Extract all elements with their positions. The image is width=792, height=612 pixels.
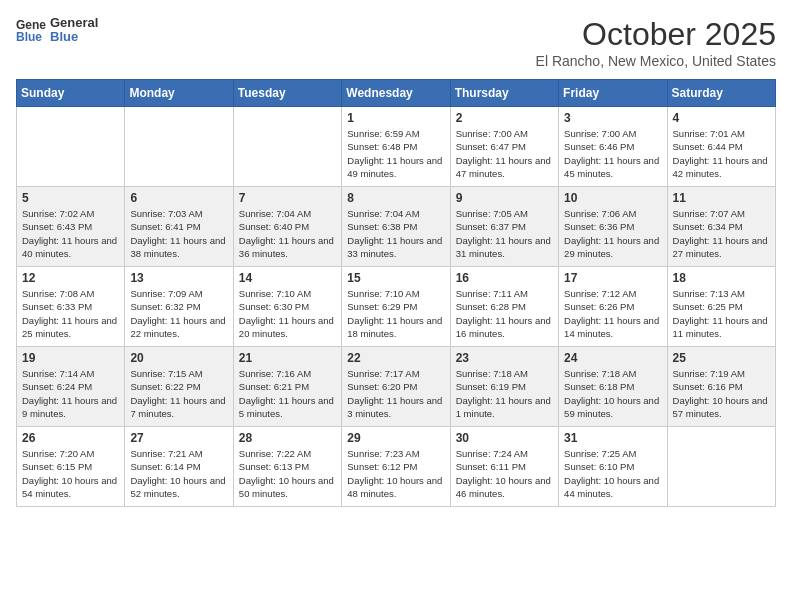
day-number: 26 [22,431,119,445]
day-info: Sunrise: 7:09 AM Sunset: 6:32 PM Dayligh… [130,287,227,340]
calendar-cell: 18Sunrise: 7:13 AM Sunset: 6:25 PM Dayli… [667,267,775,347]
day-number: 23 [456,351,553,365]
logo-general: General [50,16,98,30]
day-number: 13 [130,271,227,285]
day-number: 27 [130,431,227,445]
day-number: 16 [456,271,553,285]
day-info: Sunrise: 7:24 AM Sunset: 6:11 PM Dayligh… [456,447,553,500]
calendar-cell: 11Sunrise: 7:07 AM Sunset: 6:34 PM Dayli… [667,187,775,267]
calendar-cell: 30Sunrise: 7:24 AM Sunset: 6:11 PM Dayli… [450,427,558,507]
day-header-wednesday: Wednesday [342,80,450,107]
calendar-cell: 8Sunrise: 7:04 AM Sunset: 6:38 PM Daylig… [342,187,450,267]
day-number: 15 [347,271,444,285]
calendar-cell: 14Sunrise: 7:10 AM Sunset: 6:30 PM Dayli… [233,267,341,347]
calendar-cell: 12Sunrise: 7:08 AM Sunset: 6:33 PM Dayli… [17,267,125,347]
calendar-cell: 21Sunrise: 7:16 AM Sunset: 6:21 PM Dayli… [233,347,341,427]
logo-blue: Blue [50,30,98,44]
day-number: 8 [347,191,444,205]
calendar-week-row: 1Sunrise: 6:59 AM Sunset: 6:48 PM Daylig… [17,107,776,187]
calendar-cell: 10Sunrise: 7:06 AM Sunset: 6:36 PM Dayli… [559,187,667,267]
day-info: Sunrise: 7:18 AM Sunset: 6:18 PM Dayligh… [564,367,661,420]
day-number: 17 [564,271,661,285]
day-info: Sunrise: 7:23 AM Sunset: 6:12 PM Dayligh… [347,447,444,500]
day-info: Sunrise: 7:08 AM Sunset: 6:33 PM Dayligh… [22,287,119,340]
day-number: 12 [22,271,119,285]
calendar-cell: 5Sunrise: 7:02 AM Sunset: 6:43 PM Daylig… [17,187,125,267]
day-number: 6 [130,191,227,205]
day-info: Sunrise: 7:17 AM Sunset: 6:20 PM Dayligh… [347,367,444,420]
calendar-cell: 1Sunrise: 6:59 AM Sunset: 6:48 PM Daylig… [342,107,450,187]
day-info: Sunrise: 7:04 AM Sunset: 6:38 PM Dayligh… [347,207,444,260]
day-number: 31 [564,431,661,445]
day-number: 3 [564,111,661,125]
day-header-monday: Monday [125,80,233,107]
calendar-cell: 16Sunrise: 7:11 AM Sunset: 6:28 PM Dayli… [450,267,558,347]
day-info: Sunrise: 6:59 AM Sunset: 6:48 PM Dayligh… [347,127,444,180]
day-info: Sunrise: 7:21 AM Sunset: 6:14 PM Dayligh… [130,447,227,500]
calendar-cell: 26Sunrise: 7:20 AM Sunset: 6:15 PM Dayli… [17,427,125,507]
day-info: Sunrise: 7:12 AM Sunset: 6:26 PM Dayligh… [564,287,661,340]
calendar-cell: 29Sunrise: 7:23 AM Sunset: 6:12 PM Dayli… [342,427,450,507]
calendar-cell [125,107,233,187]
day-info: Sunrise: 7:20 AM Sunset: 6:15 PM Dayligh… [22,447,119,500]
calendar-cell: 17Sunrise: 7:12 AM Sunset: 6:26 PM Dayli… [559,267,667,347]
day-number: 30 [456,431,553,445]
calendar-table: SundayMondayTuesdayWednesdayThursdayFrid… [16,79,776,507]
calendar-cell: 27Sunrise: 7:21 AM Sunset: 6:14 PM Dayli… [125,427,233,507]
day-number: 9 [456,191,553,205]
calendar-cell: 2Sunrise: 7:00 AM Sunset: 6:47 PM Daylig… [450,107,558,187]
calendar-header-row: SundayMondayTuesdayWednesdayThursdayFrid… [17,80,776,107]
day-header-saturday: Saturday [667,80,775,107]
calendar-cell: 31Sunrise: 7:25 AM Sunset: 6:10 PM Dayli… [559,427,667,507]
day-number: 5 [22,191,119,205]
day-number: 29 [347,431,444,445]
day-number: 4 [673,111,770,125]
calendar-cell: 3Sunrise: 7:00 AM Sunset: 6:46 PM Daylig… [559,107,667,187]
day-header-tuesday: Tuesday [233,80,341,107]
calendar-cell: 25Sunrise: 7:19 AM Sunset: 6:16 PM Dayli… [667,347,775,427]
calendar-cell: 15Sunrise: 7:10 AM Sunset: 6:29 PM Dayli… [342,267,450,347]
calendar-week-row: 5Sunrise: 7:02 AM Sunset: 6:43 PM Daylig… [17,187,776,267]
day-info: Sunrise: 7:04 AM Sunset: 6:40 PM Dayligh… [239,207,336,260]
day-info: Sunrise: 7:14 AM Sunset: 6:24 PM Dayligh… [22,367,119,420]
day-info: Sunrise: 7:13 AM Sunset: 6:25 PM Dayligh… [673,287,770,340]
svg-text:Blue: Blue [16,30,42,43]
day-number: 1 [347,111,444,125]
logo: General Blue General Blue [16,16,98,45]
day-info: Sunrise: 7:07 AM Sunset: 6:34 PM Dayligh… [673,207,770,260]
logo-icon: General Blue [16,17,46,43]
calendar-week-row: 12Sunrise: 7:08 AM Sunset: 6:33 PM Dayli… [17,267,776,347]
location-title: El Rancho, New Mexico, United States [536,53,776,69]
calendar-week-row: 26Sunrise: 7:20 AM Sunset: 6:15 PM Dayli… [17,427,776,507]
calendar-cell: 24Sunrise: 7:18 AM Sunset: 6:18 PM Dayli… [559,347,667,427]
calendar-cell: 28Sunrise: 7:22 AM Sunset: 6:13 PM Dayli… [233,427,341,507]
calendar-cell [233,107,341,187]
day-number: 2 [456,111,553,125]
day-info: Sunrise: 7:02 AM Sunset: 6:43 PM Dayligh… [22,207,119,260]
day-number: 11 [673,191,770,205]
day-info: Sunrise: 7:05 AM Sunset: 6:37 PM Dayligh… [456,207,553,260]
day-info: Sunrise: 7:00 AM Sunset: 6:46 PM Dayligh… [564,127,661,180]
day-number: 10 [564,191,661,205]
calendar-week-row: 19Sunrise: 7:14 AM Sunset: 6:24 PM Dayli… [17,347,776,427]
calendar-cell: 22Sunrise: 7:17 AM Sunset: 6:20 PM Dayli… [342,347,450,427]
day-header-sunday: Sunday [17,80,125,107]
day-info: Sunrise: 7:10 AM Sunset: 6:30 PM Dayligh… [239,287,336,340]
day-number: 21 [239,351,336,365]
calendar-cell: 20Sunrise: 7:15 AM Sunset: 6:22 PM Dayli… [125,347,233,427]
day-number: 7 [239,191,336,205]
calendar-cell: 6Sunrise: 7:03 AM Sunset: 6:41 PM Daylig… [125,187,233,267]
day-info: Sunrise: 7:10 AM Sunset: 6:29 PM Dayligh… [347,287,444,340]
day-number: 24 [564,351,661,365]
day-info: Sunrise: 7:15 AM Sunset: 6:22 PM Dayligh… [130,367,227,420]
day-number: 28 [239,431,336,445]
day-info: Sunrise: 7:00 AM Sunset: 6:47 PM Dayligh… [456,127,553,180]
calendar-cell: 7Sunrise: 7:04 AM Sunset: 6:40 PM Daylig… [233,187,341,267]
calendar-cell: 13Sunrise: 7:09 AM Sunset: 6:32 PM Dayli… [125,267,233,347]
day-info: Sunrise: 7:11 AM Sunset: 6:28 PM Dayligh… [456,287,553,340]
day-info: Sunrise: 7:19 AM Sunset: 6:16 PM Dayligh… [673,367,770,420]
header: General Blue General Blue October 2025 E… [16,16,776,69]
day-info: Sunrise: 7:22 AM Sunset: 6:13 PM Dayligh… [239,447,336,500]
title-area: October 2025 El Rancho, New Mexico, Unit… [536,16,776,69]
day-number: 19 [22,351,119,365]
